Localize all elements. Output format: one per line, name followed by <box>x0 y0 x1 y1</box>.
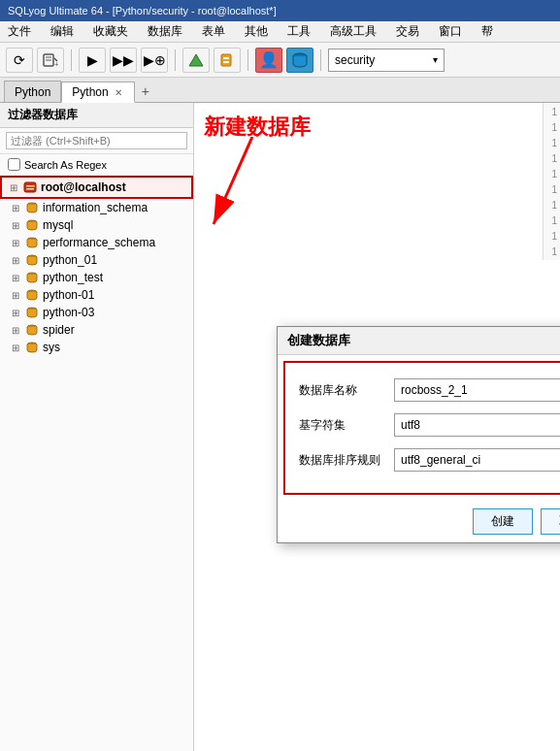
charset-select[interactable]: utf8 ▾ <box>394 413 560 437</box>
search-regex-row: Search As Regex <box>0 154 193 176</box>
menu-tools[interactable]: 工具 <box>283 22 314 41</box>
expand-icon: ⊞ <box>12 308 21 318</box>
filter-input-wrap <box>0 128 193 154</box>
tab-add-button[interactable]: + <box>135 81 156 102</box>
menu-help[interactable]: 帮 <box>478 22 497 41</box>
menu-transaction[interactable]: 交易 <box>392 22 423 41</box>
profile-button[interactable] <box>182 48 210 73</box>
root-label: root@localhost <box>41 180 126 194</box>
tab-python-2[interactable]: Python ✕ <box>61 82 134 103</box>
db-toolbar-icon <box>291 52 309 68</box>
list-item[interactable]: ⊞ sys <box>0 339 193 356</box>
expand-icon: ⊞ <box>12 220 21 231</box>
collation-value: utf8_general_ci <box>401 453 480 467</box>
tab-label-1: Python <box>15 85 50 99</box>
expand-icon: ⊞ <box>12 343 21 353</box>
list-item[interactable]: ⊞ python-03 <box>0 304 193 321</box>
db-item-icon <box>25 253 39 267</box>
annotation-text: 新建数据库 <box>204 114 311 139</box>
db-name-label: 数据库名称 <box>299 382 386 399</box>
menu-file[interactable]: 文件 <box>4 22 35 41</box>
charset-label: 基字符集 <box>299 417 386 434</box>
menu-bar: 文件 编辑 收藏夹 数据库 表单 其他 工具 高级工具 交易 窗口 帮 <box>0 21 560 43</box>
list-item[interactable]: ⊞ python-01 <box>0 286 193 304</box>
db-item-icon <box>25 288 39 302</box>
dropdown-arrow-icon: ▾ <box>433 54 438 65</box>
svg-rect-11 <box>26 185 34 187</box>
new-connection-button[interactable]: + <box>37 48 64 73</box>
list-item[interactable]: ⊞ information_schema <box>0 199 193 216</box>
list-item[interactable]: ⊞ python_test <box>0 269 193 286</box>
menu-edit[interactable]: 编辑 <box>47 22 78 41</box>
annotation-container: 新建数据库 <box>204 113 311 142</box>
tab-close-icon[interactable]: ✕ <box>113 86 124 99</box>
list-item[interactable]: ⊞ performance_schema <box>0 234 193 251</box>
menu-other[interactable]: 其他 <box>241 22 272 41</box>
separator-4 <box>320 49 321 71</box>
menu-window[interactable]: 窗口 <box>435 22 466 41</box>
connection-icon: + <box>43 52 58 68</box>
right-panel: 新建数据库 1 1 1 1 1 1 1 1 1 1 <box>194 103 560 751</box>
collation-row: 数据库排序规则 utf8_general_ci ▾ <box>299 448 560 472</box>
line-num: 1 <box>544 229 560 245</box>
db-button[interactable] <box>286 48 313 73</box>
separator-1 <box>71 49 72 71</box>
cancel-button[interactable]: 取消(L) <box>541 508 560 535</box>
toolbar: ⟳ + ▶ ▶▶ ▶⊕ 👤 security <box>0 43 560 78</box>
db-item-icon <box>25 271 39 284</box>
line-num: 1 <box>544 105 560 120</box>
panel-title: 过滤器数据库 <box>8 108 78 121</box>
play-selection-button[interactable]: ▶⊕ <box>141 48 168 73</box>
db-item-name: sys <box>43 341 60 354</box>
db-item-icon <box>25 236 39 249</box>
collation-select[interactable]: utf8_general_ci ▾ <box>394 448 560 472</box>
dialog-title-bar: 创建数据库 × <box>278 327 560 355</box>
list-item[interactable]: ⊞ mysql <box>0 216 193 234</box>
db-root-node[interactable]: ⊞ root@localhost <box>0 176 193 199</box>
play-button[interactable]: ▶ <box>79 48 106 73</box>
separator-3 <box>247 49 248 71</box>
db-item-name: information_schema <box>43 201 148 214</box>
charset-row: 基字符集 utf8 ▾ <box>299 413 560 437</box>
menu-database[interactable]: 数据库 <box>144 22 186 41</box>
svg-rect-12 <box>26 188 34 190</box>
tab-bar: Python Python ✕ + <box>0 78 560 103</box>
search-regex-label: Search As Regex <box>24 159 107 171</box>
line-num: 1 <box>544 182 560 198</box>
connection-dropdown[interactable]: security ▾ <box>328 49 445 72</box>
export-button[interactable] <box>214 48 241 73</box>
tab-python-1[interactable]: Python <box>4 81 61 102</box>
db-item-name: python-03 <box>43 306 94 319</box>
menu-table[interactable]: 表单 <box>198 22 229 41</box>
server-icon <box>23 180 37 194</box>
svg-line-24 <box>214 137 252 224</box>
line-num: 1 <box>544 136 560 151</box>
tab-label-2: Python <box>72 85 108 99</box>
filter-input[interactable] <box>6 132 187 149</box>
db-name-input[interactable] <box>394 378 560 402</box>
svg-marker-5 <box>189 54 203 66</box>
db-item-icon <box>25 201 39 214</box>
panel-header: 过滤器数据库 <box>0 103 193 128</box>
search-regex-checkbox[interactable] <box>8 158 20 171</box>
svg-rect-8 <box>223 61 229 63</box>
dialog-title: 创建数据库 <box>287 332 350 349</box>
db-item-icon <box>25 323 39 337</box>
create-button[interactable]: 创建 <box>473 508 533 535</box>
play-all-button[interactable]: ▶▶ <box>110 48 137 73</box>
dialog-body: 数据库名称 基字符集 utf8 ▾ 数据库排序规则 utf8_general_c… <box>283 361 560 495</box>
user-button[interactable]: 👤 <box>255 48 282 73</box>
line-num: 1 <box>544 167 560 182</box>
svg-rect-6 <box>221 54 231 66</box>
main-content: 过滤器数据库 Search As Regex ⊞ root@localhost <box>0 103 560 751</box>
separator-2 <box>175 49 176 71</box>
list-item[interactable]: ⊞ python_01 <box>0 251 193 269</box>
menu-advanced-tools[interactable]: 高级工具 <box>326 22 380 41</box>
list-item[interactable]: ⊞ spider <box>0 321 193 339</box>
db-item-name: mysql <box>43 218 73 232</box>
title-text: SQLyog Ultimate 64 - [Python/security - … <box>8 5 277 16</box>
menu-favorites[interactable]: 收藏夹 <box>89 22 132 41</box>
refresh-button[interactable]: ⟳ <box>6 48 33 73</box>
collation-label: 数据库排序规则 <box>299 452 386 469</box>
expand-icon: ⊞ <box>12 238 21 248</box>
